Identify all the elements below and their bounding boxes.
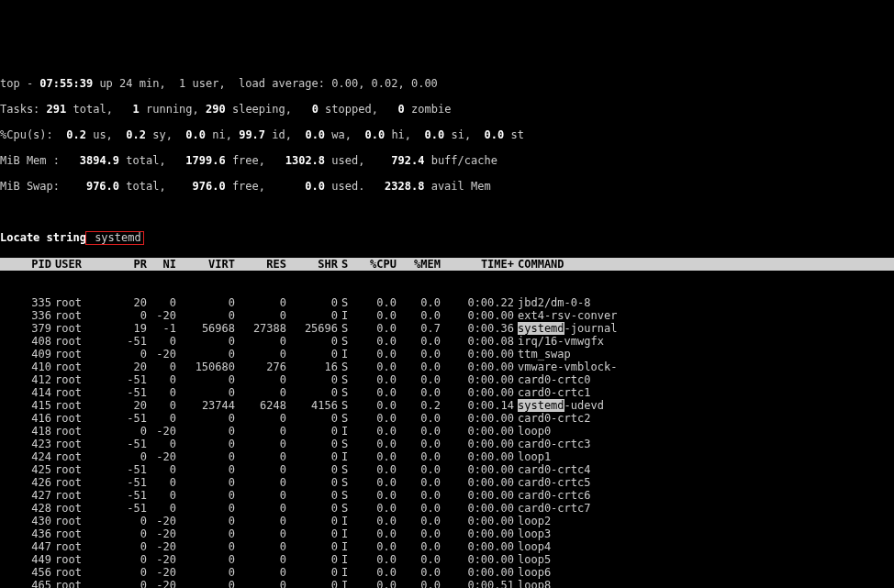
cell-ni: -20	[147, 515, 176, 527]
cell-pr: 20	[110, 296, 147, 309]
process-row[interactable]: 456root0-20000I0.00.00:00.00loop6	[0, 566, 894, 579]
col-pid[interactable]: PID	[0, 258, 51, 271]
tasks-zombie: 0	[398, 103, 405, 116]
cell-cmd: loop8	[514, 579, 551, 588]
process-row[interactable]: 412root-510000S0.00.00:00.00card0-crtc0	[0, 373, 894, 386]
cell-mem: 0.0	[397, 386, 441, 399]
process-row[interactable]: 436root0-20000I0.00.00:00.00loop3	[0, 527, 894, 540]
cell-mem: 0.0	[397, 309, 441, 322]
cell-shr: 0	[286, 438, 338, 450]
col-shr[interactable]: SHR	[286, 258, 338, 271]
cell-virt: 0	[176, 348, 235, 361]
cell-pid: 427	[0, 489, 51, 502]
tasks-sleeping: 290	[206, 103, 226, 116]
cell-virt: 0	[176, 476, 235, 489]
cell-cpu: 0.0	[352, 373, 397, 386]
process-row[interactable]: 465root0-20000I0.00.00:00.51loop8	[0, 579, 894, 588]
cell-virt: 56968	[176, 322, 235, 335]
process-list[interactable]: 335root200000S0.00.00:00.22jbd2/dm-0-833…	[0, 296, 894, 588]
locate-input[interactable]: systemd	[85, 231, 144, 245]
cell-pid: 415	[0, 399, 51, 412]
cell-pid: 408	[0, 335, 51, 348]
col-mem[interactable]: %MEM	[397, 258, 441, 271]
process-row[interactable]: 416root-510000S0.00.00:00.00card0-crtc2	[0, 412, 894, 425]
cell-mem: 0.0	[397, 527, 441, 540]
column-header-row[interactable]: PIDUSERPRNIVIRTRESSHRS%CPU%MEMTIME+COMMA…	[0, 258, 894, 271]
cell-user: root	[51, 386, 110, 399]
search-hit: systemd	[518, 322, 564, 335]
cell-shr: 0	[286, 425, 338, 438]
process-row[interactable]: 336root0-20000I0.00.00:00.00ext4-rsv-con…	[0, 309, 894, 322]
cell-res: 0	[235, 373, 286, 386]
col-res[interactable]: RES	[235, 258, 286, 271]
cell-time: 0:00.00	[441, 309, 514, 322]
cell-virt: 0	[176, 335, 235, 348]
process-row[interactable]: 424root0-20000I0.00.00:00.00loop1	[0, 450, 894, 463]
cell-shr: 0	[286, 335, 338, 348]
process-row[interactable]: 447root0-20000I0.00.00:00.00loop4	[0, 540, 894, 553]
cell-shr: 0	[286, 502, 338, 515]
col-virt[interactable]: VIRT	[176, 258, 235, 271]
col-time[interactable]: TIME+	[441, 258, 514, 271]
cell-cmd: loop2	[514, 515, 551, 527]
process-row[interactable]: 449root0-20000I0.00.00:00.00loop5	[0, 553, 894, 566]
process-row[interactable]: 335root200000S0.00.00:00.22jbd2/dm-0-8	[0, 296, 894, 309]
cell-virt: 0	[176, 463, 235, 476]
cell-virt: 0	[176, 373, 235, 386]
col-cmd[interactable]: COMMAND	[514, 258, 564, 271]
process-row[interactable]: 423root-510000S0.00.00:00.00card0-crtc3	[0, 438, 894, 450]
cell-virt: 0	[176, 386, 235, 399]
cell-mem: 0.0	[397, 515, 441, 527]
cell-cpu: 0.0	[352, 502, 397, 515]
process-row[interactable]: 426root-510000S0.00.00:00.00card0-crtc5	[0, 476, 894, 489]
col-pr[interactable]: PR	[110, 258, 147, 271]
process-row[interactable]: 430root0-20000I0.00.00:00.00loop2	[0, 515, 894, 527]
process-row[interactable]: 408root-510000S0.00.00:00.08irq/16-vmwgf…	[0, 335, 894, 348]
cell-s: S	[338, 361, 352, 373]
process-row[interactable]: 379root19-1569682738825696S0.00.70:00.36…	[0, 322, 894, 335]
process-row[interactable]: 418root0-20000I0.00.00:00.00loop0	[0, 425, 894, 438]
cell-pr: 0	[110, 309, 147, 322]
cell-pid: 418	[0, 425, 51, 438]
locate-prompt[interactable]: Locate string systemd	[0, 231, 144, 245]
col-ni[interactable]: NI	[147, 258, 176, 271]
cell-time: 0:00.00	[441, 476, 514, 489]
col-s[interactable]: S	[338, 258, 352, 271]
tasks-total: 291	[47, 103, 67, 116]
cell-mem: 0.0	[397, 450, 441, 463]
cell-cmd: loop3	[514, 527, 551, 540]
cell-s: S	[338, 438, 352, 450]
process-row[interactable]: 409root0-20000I0.00.00:00.00ttm_swap	[0, 348, 894, 361]
cell-shr: 0	[286, 348, 338, 361]
process-row[interactable]: 428root-510000S0.00.00:00.00card0-crtc7	[0, 502, 894, 515]
cell-user: root	[51, 309, 110, 322]
cell-cpu: 0.0	[352, 348, 397, 361]
cell-res: 0	[235, 425, 286, 438]
cell-s: I	[338, 566, 352, 579]
cell-shr: 4156	[286, 399, 338, 412]
process-row[interactable]: 414root-510000S0.00.00:00.00card0-crtc1	[0, 386, 894, 399]
cell-res: 0	[235, 566, 286, 579]
cell-virt: 0	[176, 515, 235, 527]
process-row[interactable]: 410root20015068027616S0.00.00:00.00vmwar…	[0, 361, 894, 373]
process-row[interactable]: 427root-510000S0.00.00:00.00card0-crtc6	[0, 489, 894, 502]
cell-s: S	[338, 386, 352, 399]
cell-virt: 0	[176, 309, 235, 322]
cell-time: 0:00.00	[441, 463, 514, 476]
cell-mem: 0.0	[397, 553, 441, 566]
cell-res: 0	[235, 450, 286, 463]
cell-cpu: 0.0	[352, 361, 397, 373]
swap-label: MiB Swap:	[0, 180, 86, 193]
cell-user: root	[51, 399, 110, 412]
summary-area: top - 07:55:39 up 24 min, 1 user, load a…	[0, 64, 894, 205]
cell-s: I	[338, 309, 352, 322]
cell-shr: 0	[286, 450, 338, 463]
cell-time: 0:00.22	[441, 296, 514, 309]
process-row[interactable]: 425root-510000S0.00.00:00.00card0-crtc4	[0, 463, 894, 476]
cell-ni: -20	[147, 540, 176, 553]
col-cpu[interactable]: %CPU	[352, 258, 397, 271]
process-row[interactable]: 415root2002374462484156S0.00.20:00.14sys…	[0, 399, 894, 412]
cell-time: 0:00.00	[441, 489, 514, 502]
cell-virt: 0	[176, 540, 235, 553]
col-user[interactable]: USER	[51, 258, 110, 271]
